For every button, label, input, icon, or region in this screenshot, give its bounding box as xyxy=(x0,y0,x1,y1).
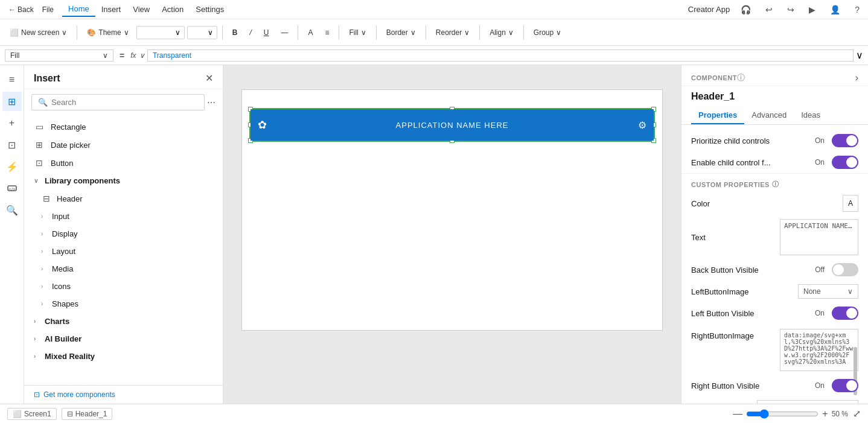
library-chevron-down-icon: ∨ xyxy=(34,177,40,184)
content-width-input[interactable] xyxy=(757,400,858,404)
header-bar: ✿ APPLICATION NAME HERE ⚙ xyxy=(251,109,654,141)
help-button[interactable]: ? xyxy=(851,4,863,16)
theme-button[interactable]: 🎨 Theme ∨ xyxy=(82,26,133,39)
search-icon: 🔍 xyxy=(38,98,48,107)
search-input[interactable] xyxy=(51,98,198,107)
right-button-toggle[interactable] xyxy=(832,379,858,392)
add-screen-button[interactable]: + xyxy=(2,113,22,133)
insert-group-display[interactable]: › Display xyxy=(24,225,223,243)
custom-props-info-icon: ⓘ xyxy=(772,180,779,189)
left-btn-image-chevron-icon: ∨ xyxy=(847,287,853,296)
headset-icon-button[interactable]: 🎧 xyxy=(737,4,755,16)
italic-button[interactable]: / xyxy=(244,26,256,39)
view-menu[interactable]: View xyxy=(127,2,156,16)
insert-item-datepicker[interactable]: ⊞ Date picker xyxy=(24,136,223,154)
layers-button[interactable]: ⊞ xyxy=(2,92,22,111)
insert-panel-body: ▭ Rectangle ⊞ Date picker ⊡ Button ∨ Lib… xyxy=(24,115,223,385)
insert-group-layout[interactable]: › Layout xyxy=(24,243,223,260)
automation-button[interactable]: ⚡ xyxy=(2,157,22,176)
insert-menu[interactable]: Insert xyxy=(95,2,127,16)
insert-group-library[interactable]: ∨ Library components xyxy=(24,172,223,189)
reorder-button[interactable]: Reorder ∨ xyxy=(431,26,474,39)
right-button-image-box[interactable]: data:image/svg+xml,%3Csvg%20xmlns%3D%27h… xyxy=(780,329,858,371)
variables-button[interactable]: </> xyxy=(2,179,22,198)
insert-group-charts[interactable]: › Charts xyxy=(24,313,223,330)
tab-ideas[interactable]: Ideas xyxy=(794,107,828,124)
hamburger-menu-button[interactable]: ≡ xyxy=(2,70,22,89)
data-button[interactable]: ⊡ xyxy=(2,135,22,154)
property-selector[interactable]: Fill ∨ xyxy=(5,49,113,62)
action-menu[interactable]: Action xyxy=(156,2,190,16)
header-component[interactable]: ✿ APPLICATION NAME HERE ⚙ xyxy=(249,108,655,142)
left-button-toggle-knob xyxy=(846,308,857,319)
tab-properties[interactable]: Properties xyxy=(691,107,744,124)
fill-button[interactable]: Fill ∨ xyxy=(344,26,371,39)
underline-button[interactable]: U xyxy=(259,26,274,39)
media-chevron-right-icon: › xyxy=(41,266,47,272)
search-strip-button[interactable]: 🔍 xyxy=(2,200,22,220)
back-button-toggle[interactable] xyxy=(832,263,858,276)
file-menu[interactable]: File xyxy=(39,4,57,15)
formula-bar: Fill ∨ = fx ∨ ∨ xyxy=(0,46,868,65)
insert-group-media[interactable]: › Media xyxy=(24,260,223,278)
enable-child-toggle[interactable] xyxy=(832,156,858,169)
new-screen-button[interactable]: ⬜ New screen ∨ xyxy=(5,26,72,39)
component-icon: ⊟ xyxy=(67,410,73,418)
insert-item-rectangle[interactable]: ▭ Rectangle xyxy=(24,118,223,136)
insert-panel-footer[interactable]: ⊡ Get more components xyxy=(24,385,223,404)
insert-item-button[interactable]: ⊡ Button xyxy=(24,154,223,172)
formula-input[interactable] xyxy=(147,49,854,62)
new-screen-icon: ⬜ xyxy=(10,28,19,37)
get-more-label: Get more components xyxy=(43,390,115,399)
font-color-button[interactable]: A xyxy=(303,26,318,39)
back-button[interactable]: ← Back xyxy=(5,4,37,15)
settings-menu[interactable]: Settings xyxy=(190,2,230,16)
play-button[interactable]: ▶ xyxy=(805,4,819,16)
formula-expand-button[interactable]: ∨ xyxy=(856,49,863,61)
zoom-out-button[interactable]: — xyxy=(733,409,742,419)
prioritize-toggle[interactable] xyxy=(832,134,858,147)
align-btn[interactable]: Align ∨ xyxy=(485,26,519,39)
user-button[interactable]: 👤 xyxy=(826,4,844,16)
property-chevron-icon: ∨ xyxy=(103,51,108,60)
strikethrough-button[interactable]: — xyxy=(276,26,293,39)
group-button[interactable]: Group ∨ xyxy=(529,26,566,39)
insert-group-input[interactable]: › Input xyxy=(24,208,223,225)
text-value-box[interactable]: APPLICATION NAME HERE xyxy=(780,219,858,255)
screen-badge[interactable]: ⬜ Screen1 xyxy=(7,408,57,420)
shapes-chevron-right-icon: › xyxy=(41,301,47,307)
color-value-box[interactable]: A xyxy=(843,195,858,212)
zoom-slider[interactable] xyxy=(746,409,819,419)
zoom-in-button[interactable]: + xyxy=(822,409,828,419)
bold-button[interactable]: B xyxy=(228,26,243,39)
insert-group-mixedreality[interactable]: › Mixed Reality xyxy=(24,348,223,365)
home-menu[interactable]: Home xyxy=(62,2,95,17)
insert-group-icons[interactable]: › Icons xyxy=(24,278,223,295)
border-button[interactable]: Border ∨ xyxy=(381,26,421,39)
font-size-dropdown[interactable]: ∨ xyxy=(187,26,217,39)
search-options-button[interactable]: ⋯ xyxy=(207,98,215,107)
custom-props-title: CUSTOM PROPERTIES ⓘ xyxy=(691,180,858,189)
props-expand-button[interactable]: › xyxy=(855,72,858,83)
insert-search-box[interactable]: 🔍 xyxy=(31,94,205,110)
undo-button[interactable]: ↩ xyxy=(762,4,776,16)
header-text: APPLICATION NAME HERE xyxy=(396,121,509,130)
fullscreen-button[interactable]: ⤢ xyxy=(853,408,861,419)
redo-button[interactable]: ↪ xyxy=(783,4,798,16)
component-name: Header_1 xyxy=(681,86,868,107)
left-button-image-dropdown[interactable]: None ∨ xyxy=(798,284,858,299)
component-badge[interactable]: ⊟ Header_1 xyxy=(62,408,113,420)
font-family-dropdown[interactable]: ∨ xyxy=(136,26,185,39)
insert-group-aibuilder[interactable]: › AI Builder xyxy=(24,330,223,348)
insert-group-shapes[interactable]: › Shapes xyxy=(24,295,223,313)
layout-chevron-right-icon: › xyxy=(41,248,47,255)
tab-advanced[interactable]: Advanced xyxy=(744,107,794,124)
prop-row-content-width: Content Width xyxy=(681,396,868,404)
left-button-toggle[interactable] xyxy=(832,307,858,320)
status-bar: ⬜ Screen1 ⊟ Header_1 — + 50 % ⤢ xyxy=(0,404,868,423)
insert-panel-close-button[interactable]: ✕ xyxy=(205,72,213,84)
icon-strip: ≡ ⊞ + ⊡ ⚡ </> 🔍 xyxy=(0,65,24,404)
align-button[interactable]: ≡ xyxy=(320,26,334,39)
insert-item-header[interactable]: ⊟ Header xyxy=(24,189,223,208)
prop-row-left-btn-image: LeftButtonImage None ∨ xyxy=(681,281,868,302)
